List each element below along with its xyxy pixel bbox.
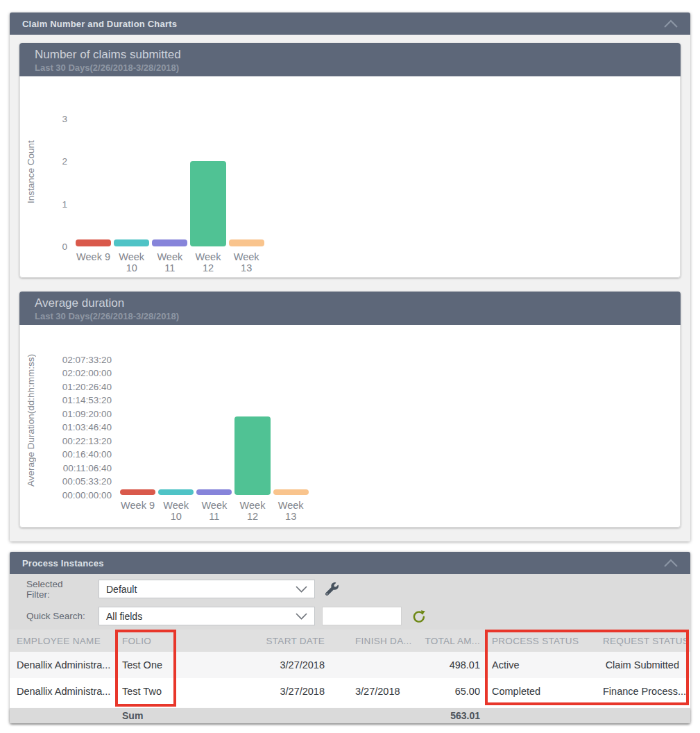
y-tick-label: 3 [62, 113, 67, 124]
bar-week-11 [196, 489, 232, 495]
quick-search-label: Quick Search: [26, 611, 89, 621]
y-tick-label: 00:11:06:40 [63, 462, 112, 473]
y-tick-label: 01:03:46:40 [62, 422, 112, 432]
bar-week-13 [229, 239, 264, 246]
cell-request-status: Finance Process... [599, 686, 690, 697]
column-header-folio[interactable]: FOLIO [115, 636, 176, 646]
table-row[interactable]: Denallix Administra...Test Two3/27/20183… [10, 678, 690, 705]
wrench-icon [325, 582, 339, 596]
selected-filter-label: Selected Filter: [26, 579, 89, 600]
claims-chart-subtitle: Last 30 Days(2/26/2018-3/28/2018) [35, 62, 681, 74]
bar-slot [195, 346, 233, 495]
column-header-request-status[interactable]: REQUEST STATUS [599, 636, 690, 646]
duration-chart-header: Average duration Last 30 Days(2/26/2018-… [19, 292, 681, 325]
x-tick-label: Week 12 [189, 251, 227, 273]
claims-chart-header: Number of claims submitted Last 30 Days(… [19, 43, 681, 76]
cell-folio: Test One [115, 659, 176, 671]
refresh-button[interactable] [412, 609, 426, 623]
bar-slot [112, 97, 151, 246]
chevron-down-icon [296, 613, 307, 620]
x-tick-label: Week 13 [228, 251, 266, 273]
cell-finish-da: 3/27/2018 [340, 686, 416, 697]
y-tick-label: 00:22:13:20 [62, 435, 112, 446]
x-tick-label: Week 10 [157, 500, 195, 522]
collapse-charts-panel-button[interactable] [663, 19, 679, 28]
claims-x-axis-labels: Week 9Week 10Week 11Week 12Week 13 [74, 251, 266, 273]
column-header-process-status[interactable]: PROCESS STATUS [487, 636, 599, 646]
charts-panel-body: Number of claims submitted Last 30 Days(… [10, 35, 690, 541]
filter-area: Selected Filter: Default Quick Search: A… [10, 574, 690, 630]
charts-panel-header: Claim Number and Duration Charts [10, 12, 690, 35]
y-tick-label: 00:16:40:00 [62, 449, 112, 460]
bar-slot [119, 346, 157, 495]
selected-filter-dropdown[interactable]: Default [99, 580, 315, 598]
quick-search-input[interactable] [322, 607, 402, 625]
claims-bars [74, 97, 266, 246]
x-tick-label: Week 11 [195, 500, 233, 522]
collapse-process-panel-button[interactable] [663, 559, 679, 568]
duration-chart-plot: Average Duration(dd:hh:mm:ss) 02:07:33:2… [19, 325, 681, 528]
cell-request-status: Claim Submitted [599, 659, 690, 671]
claims-chart-card: Number of claims submitted Last 30 Days(… [19, 43, 681, 278]
column-header-finish-da[interactable]: FINISH DA... [340, 636, 416, 646]
y-tick-label: 02:02:00:00 [62, 368, 112, 378]
cell-employee-name: Denallix Administra... [10, 686, 115, 697]
duration-y-axis-title: Average Duration(dd:hh:mm:ss) [20, 346, 41, 495]
claims-chart-title: Number of claims submitted [35, 47, 681, 62]
claims-chart-plot: Instance Count 3210 Week 9Week 10Week 11… [19, 76, 681, 278]
duration-chart-subtitle: Last 30 Days(2/26/2018-3/28/2018) [35, 310, 681, 322]
cell-start-date: 3/27/2018 [176, 686, 340, 697]
x-tick-label: Week 9 [119, 500, 157, 522]
x-tick-label: Week 11 [151, 251, 189, 273]
sum-label: Sum [115, 710, 176, 721]
selected-filter-value: Default [106, 584, 137, 595]
column-header-employee-name[interactable]: EMPLOYEE NAME [10, 636, 115, 646]
y-tick-label: 00:05:33:20 [62, 476, 112, 487]
claims-y-axis-ticks: 3210 [41, 97, 74, 246]
cell-start-date: 3/27/2018 [176, 659, 340, 671]
duration-chart-card: Average duration Last 30 Days(2/26/2018-… [19, 292, 681, 528]
table-row[interactable]: Denallix Administra...Test One3/27/20184… [10, 652, 690, 678]
y-tick-label: 01:09:20:00 [62, 408, 112, 419]
process-instances-table: EMPLOYEE NAMEFOLIOSTART DATEFINISH DA...… [10, 630, 690, 723]
x-tick-label: Week 13 [272, 500, 310, 522]
bar-week-13 [273, 489, 309, 495]
duration-bars [119, 346, 310, 495]
quick-search-row: Quick Search: All fields [26, 607, 690, 625]
process-panel-title: Process Instances [22, 558, 104, 568]
duration-plot-area: Week 9Week 10Week 11Week 12Week 13 [119, 346, 310, 527]
bar-slot [74, 97, 112, 246]
cell-total-am: 65.00 [416, 686, 487, 697]
y-tick-label: 02:07:33:20 [62, 354, 112, 364]
x-tick-label: Week 10 [112, 251, 151, 273]
column-header-start-date[interactable]: START DATE [176, 636, 340, 646]
duration-chart-title: Average duration [35, 296, 681, 310]
charts-panel-title: Claim Number and Duration Charts [22, 19, 177, 29]
bar-slot [233, 346, 271, 495]
chevron-down-icon [296, 586, 307, 593]
bar-slot [228, 97, 266, 246]
claims-plot-area: Week 9Week 10Week 11Week 12Week 13 [74, 97, 266, 277]
duration-x-axis-labels: Week 9Week 10Week 11Week 12Week 13 [119, 500, 310, 522]
quick-search-field-value: All fields [106, 611, 142, 622]
bar-slot [272, 346, 310, 495]
cell-process-status: Active [487, 659, 599, 671]
bar-week-11 [152, 239, 187, 246]
bar-slot [189, 97, 227, 246]
bar-week-10 [114, 239, 149, 246]
process-instances-panel: Process Instances Selected Filter: Defau… [10, 552, 690, 723]
chevron-up-icon [663, 559, 679, 568]
quick-search-field-dropdown[interactable]: All fields [99, 607, 315, 625]
y-tick-label: 01:20:26:40 [62, 381, 112, 391]
bar-week-9 [120, 489, 155, 495]
column-header-total-am[interactable]: TOTAL AM... [416, 636, 487, 646]
refresh-icon [412, 609, 426, 623]
y-tick-label: 00:00:00:00 [62, 490, 112, 500]
y-tick-label: 0 [62, 242, 67, 252]
filter-settings-button[interactable] [325, 582, 339, 596]
chevron-up-icon [663, 19, 679, 28]
cell-total-am: 498.01 [416, 659, 487, 671]
x-tick-label: Week 12 [233, 500, 271, 522]
sum-value: 563.01 [416, 710, 487, 721]
cell-folio: Test Two [115, 686, 176, 697]
